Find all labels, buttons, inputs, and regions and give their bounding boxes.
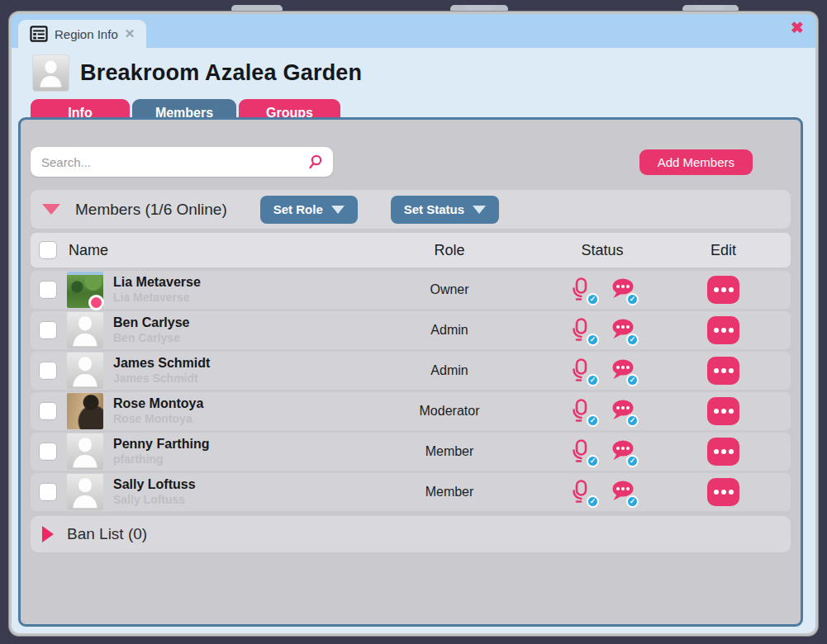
edit-dots-icon xyxy=(714,328,719,333)
member-display-name: Ben Carlyse xyxy=(113,315,359,331)
tab-close-icon[interactable]: ✕ xyxy=(125,26,135,41)
row-checkbox[interactable] xyxy=(39,443,57,461)
edit-member-button[interactable] xyxy=(707,316,739,344)
collapse-triangle-icon[interactable] xyxy=(42,204,60,215)
members-table-body: Lia Metaverse Lia Metaverse Owner ✓ xyxy=(31,271,791,511)
expand-triangle-icon[interactable] xyxy=(42,526,54,542)
select-all-checkbox[interactable] xyxy=(39,241,57,259)
check-badge-icon: ✓ xyxy=(587,293,599,305)
avatar xyxy=(67,433,103,470)
check-badge-icon: ✓ xyxy=(626,334,639,346)
column-header-name: Name xyxy=(67,242,359,259)
check-badge-icon: ✓ xyxy=(587,455,599,467)
member-display-name: James Schmidt xyxy=(113,355,359,372)
check-badge-icon: ✓ xyxy=(587,495,599,508)
member-username: Sally Loftuss xyxy=(113,493,359,508)
chat-status-icon[interactable]: ✓ xyxy=(610,480,635,504)
member-display-name: Rose Montoya xyxy=(113,395,359,412)
table-header-row: Name Role Status Edit xyxy=(31,233,791,268)
row-checkbox[interactable] xyxy=(39,281,57,299)
add-members-button[interactable]: Add Members xyxy=(639,149,753,175)
member-role: Member xyxy=(359,485,540,500)
check-badge-icon: ✓ xyxy=(626,455,639,467)
window-close-icon[interactable]: ✖ xyxy=(791,20,804,36)
person-silhouette-icon xyxy=(67,433,103,470)
member-username: Lia Metaverse xyxy=(113,291,359,305)
avatar xyxy=(67,474,103,510)
edit-dots-icon xyxy=(714,490,719,495)
table-row: Lia Metaverse Lia Metaverse Owner ✓ xyxy=(31,271,791,309)
search-input[interactable] xyxy=(31,147,333,177)
column-header-status: Status xyxy=(540,242,664,259)
member-role: Member xyxy=(359,444,540,459)
member-display-name: Sally Loftuss xyxy=(113,476,359,493)
members-panel: Add Members Members (1/6 Online) Set Rol… xyxy=(18,117,803,627)
edit-dots-icon xyxy=(714,449,719,454)
edit-member-button[interactable] xyxy=(707,276,739,304)
edit-member-button[interactable] xyxy=(707,397,739,425)
column-header-edit: Edit xyxy=(664,242,782,259)
member-role: Admin xyxy=(359,323,540,338)
member-role: Admin xyxy=(359,363,540,378)
table-row: Sally Loftuss Sally Loftuss Member ✓ xyxy=(31,473,791,511)
check-badge-icon: ✓ xyxy=(626,374,639,386)
chat-status-icon[interactable]: ✓ xyxy=(610,399,635,424)
chat-status-icon[interactable]: ✓ xyxy=(610,358,635,383)
mic-status-icon[interactable]: ✓ xyxy=(570,318,595,343)
table-row: Penny Farthing pfarthing Member ✓ xyxy=(31,433,791,471)
page-title: Breakroom Azalea Garden xyxy=(80,60,362,86)
region-avatar xyxy=(32,54,69,92)
check-badge-icon: ✓ xyxy=(626,495,639,508)
check-badge-icon: ✓ xyxy=(626,414,639,427)
members-section-header: Members (1/6 Online) Set Role Set Status xyxy=(31,190,791,229)
avatar xyxy=(67,393,103,429)
ban-list-label: Ban List (0) xyxy=(67,525,147,543)
mic-status-icon[interactable]: ✓ xyxy=(570,480,595,504)
chat-status-icon[interactable]: ✓ xyxy=(610,439,635,464)
mic-status-icon[interactable]: ✓ xyxy=(570,277,595,302)
online-indicator xyxy=(88,295,104,310)
region-info-window-tab[interactable]: Region Info ✕ xyxy=(18,20,146,48)
check-badge-icon: ✓ xyxy=(587,374,599,386)
check-badge-icon: ✓ xyxy=(626,293,639,305)
chat-status-icon[interactable]: ✓ xyxy=(610,277,635,302)
chat-status-icon[interactable]: ✓ xyxy=(610,318,635,343)
mic-status-icon[interactable]: ✓ xyxy=(570,439,595,464)
avatar xyxy=(67,353,103,389)
row-checkbox[interactable] xyxy=(39,483,57,501)
check-badge-icon: ✓ xyxy=(587,334,599,346)
edit-member-button[interactable] xyxy=(707,357,739,385)
member-display-name: Penny Farthing xyxy=(113,436,359,452)
row-checkbox[interactable] xyxy=(39,362,57,380)
table-row: James Schmidt James Schmidt Admin ✓ xyxy=(31,352,791,390)
edit-member-button[interactable] xyxy=(707,438,739,466)
document-icon xyxy=(30,26,48,42)
table-row: Rose Montoya Rose Montoya Moderator ✓ xyxy=(31,392,791,430)
edit-member-button[interactable] xyxy=(707,478,739,506)
member-username: Ben Carlyse xyxy=(113,331,359,346)
chevron-down-icon xyxy=(331,206,345,214)
member-display-name: Lia Metaverse xyxy=(113,274,359,291)
edit-dots-icon xyxy=(714,287,719,292)
person-silhouette-icon xyxy=(67,312,103,348)
check-badge-icon: ✓ xyxy=(587,414,599,427)
window-tab-title: Region Info xyxy=(55,27,118,41)
member-username: Rose Montoya xyxy=(113,412,359,427)
window-tab-strip: Region Info ✕ ✖ xyxy=(12,14,815,48)
set-status-button[interactable]: Set Status xyxy=(391,196,499,224)
edit-dots-icon xyxy=(714,409,719,414)
row-checkbox[interactable] xyxy=(39,321,57,339)
avatar xyxy=(67,272,103,308)
set-role-button[interactable]: Set Role xyxy=(260,196,358,224)
table-row: Ben Carlyse Ben Carlyse Admin ✓ xyxy=(31,311,791,349)
member-role: Moderator xyxy=(359,404,540,419)
mic-status-icon[interactable]: ✓ xyxy=(570,399,595,424)
mic-status-icon[interactable]: ✓ xyxy=(570,358,595,383)
row-checkbox[interactable] xyxy=(39,402,57,420)
ban-list-header: Ban List (0) xyxy=(31,516,791,552)
edit-dots-icon xyxy=(714,368,719,373)
search-icon[interactable] xyxy=(307,154,323,170)
region-header: Breakroom Azalea Garden Info Members Gro… xyxy=(12,48,815,126)
member-username: pfarthing xyxy=(113,452,359,467)
avatar xyxy=(67,312,103,348)
